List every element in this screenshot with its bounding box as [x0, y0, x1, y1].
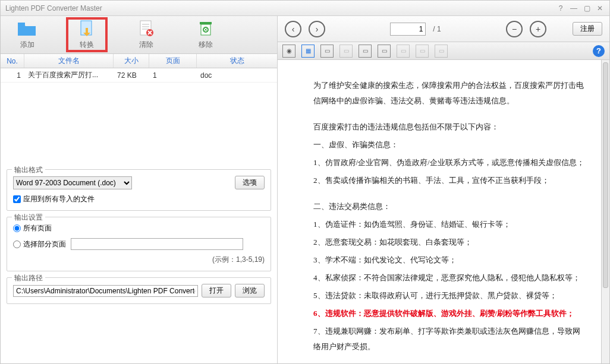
- select-pages-radio[interactable]: 选择部分页面: [13, 238, 265, 250]
- file-grid-body: 1 关于百度搜索严厉打... 72 KB 1 doc: [1, 68, 277, 163]
- file-grid-header: No. 文件名 大小 页面 状态: [1, 54, 277, 68]
- output-format-box: 输出格式 Word 97-2003 Document (.doc) 选项 应用到…: [7, 169, 271, 211]
- convert-label: 转换: [80, 40, 94, 50]
- col-status[interactable]: 状态: [197, 54, 277, 68]
- cell-size: 72 KB: [114, 71, 149, 80]
- apply-all-checkbox[interactable]: 应用到所有导入的文件: [13, 194, 265, 204]
- zoom-in-button[interactable]: +: [530, 21, 546, 37]
- cell-no: 1: [1, 71, 24, 80]
- svg-rect-11: [200, 22, 212, 24]
- document-text: 为了维护安全健康的搜索生态，保障搜索用户的合法权益，百度搜索严厉打击电信网络中的…: [313, 78, 586, 363]
- remove-label: 移除: [199, 40, 213, 50]
- register-button[interactable]: 注册: [573, 22, 602, 36]
- main-toolbar: 添加 转换 清除 移除: [1, 16, 277, 54]
- col-size[interactable]: 大小: [114, 54, 149, 68]
- svg-rect-2: [86, 28, 88, 34]
- apply-all-input[interactable]: [13, 195, 21, 203]
- table-row[interactable]: 1 关于百度搜索严厉打... 72 KB 1 doc: [1, 68, 277, 83]
- clear-button[interactable]: 清除: [125, 20, 167, 50]
- window-title: Lighten PDF Converter Master: [5, 4, 552, 12]
- view-mode-7-icon[interactable]: ▭: [397, 45, 410, 58]
- col-page[interactable]: 页面: [149, 54, 197, 68]
- close-icon[interactable]: ✕: [595, 4, 605, 12]
- cell-name: 关于百度搜索严厉打...: [24, 70, 114, 80]
- svg-rect-0: [18, 23, 25, 26]
- col-no[interactable]: No.: [1, 54, 24, 68]
- clear-icon: [136, 20, 157, 37]
- convert-icon: [76, 20, 98, 37]
- zoom-out-button[interactable]: −: [506, 21, 523, 37]
- page-total-label: / 1: [433, 25, 441, 33]
- app-window: Lighten PDF Converter Master ? — ▢ ✕ 添加 …: [0, 0, 610, 364]
- view-mode-grid-icon[interactable]: ▦: [301, 45, 315, 58]
- preview-toolbar: ◉ ▦ ▭ ▭ ▭ ▭ ▭ ▭ ▭ ?: [278, 42, 609, 60]
- view-mode-5-icon[interactable]: ▭: [359, 45, 372, 58]
- preview-topbar: ‹ › / 1 − + 注册: [278, 16, 609, 42]
- trash-icon: [195, 20, 216, 37]
- example-label: (示例：1,3-5,19): [13, 255, 265, 265]
- output-path-legend: 输出路径: [12, 273, 45, 283]
- cell-status: doc: [197, 71, 277, 80]
- output-path-box: 输出路径 打开 浏览: [7, 277, 271, 304]
- output-setting-box: 输出设置 所有页面 选择部分页面 (示例：1,3-5,19): [7, 217, 271, 271]
- view-mode-9-icon[interactable]: ▭: [435, 45, 448, 58]
- path-input[interactable]: [13, 285, 198, 297]
- remove-button[interactable]: 移除: [185, 20, 227, 50]
- col-name[interactable]: 文件名: [24, 54, 114, 68]
- cell-page: 1: [149, 71, 197, 80]
- convert-button[interactable]: 转换: [66, 17, 108, 52]
- view-mode-6-icon[interactable]: ▭: [378, 45, 391, 58]
- view-mode-1-icon[interactable]: ◉: [282, 45, 295, 58]
- output-format-legend: 输出格式: [12, 165, 45, 175]
- output-format-select[interactable]: Word 97-2003 Document (.doc): [13, 176, 132, 189]
- add-label: 添加: [20, 40, 34, 50]
- settings-area: 输出格式 Word 97-2003 Document (.doc) 选项 应用到…: [1, 163, 277, 363]
- preview-panel: ‹ › / 1 − + 注册 ◉ ▦ ▭ ▭ ▭ ▭ ▭ ▭ ▭: [278, 16, 609, 363]
- vertical-scrollbar[interactable]: [601, 60, 609, 363]
- open-button[interactable]: 打开: [202, 284, 231, 297]
- options-button[interactable]: 选项: [235, 176, 265, 189]
- view-mode-4-icon[interactable]: ▭: [339, 45, 353, 58]
- output-setting-legend: 输出设置: [12, 213, 45, 223]
- folder-icon: [17, 20, 38, 37]
- page-number-input[interactable]: [390, 23, 426, 36]
- maximize-icon[interactable]: ▢: [582, 4, 592, 12]
- browse-button[interactable]: 浏览: [235, 284, 265, 297]
- document-preview[interactable]: 为了维护安全健康的搜索生态，保障搜索用户的合法权益，百度搜索严厉打击电信网络中的…: [278, 60, 609, 363]
- view-mode-8-icon[interactable]: ▭: [416, 45, 429, 58]
- minimize-icon[interactable]: —: [569, 4, 578, 12]
- clear-label: 清除: [139, 40, 153, 50]
- add-button[interactable]: 添加: [7, 20, 48, 50]
- view-mode-3-icon[interactable]: ▭: [320, 45, 334, 58]
- prev-page-button[interactable]: ‹: [285, 21, 301, 37]
- scrollbar-thumb[interactable]: [603, 62, 608, 288]
- next-page-button[interactable]: ›: [309, 21, 325, 37]
- page-range-input[interactable]: [71, 238, 243, 250]
- help-icon[interactable]: ?: [556, 4, 565, 12]
- all-pages-radio[interactable]: 所有页面: [13, 223, 265, 233]
- title-bar: Lighten PDF Converter Master ? — ▢ ✕: [1, 1, 609, 16]
- help-button[interactable]: ?: [593, 45, 605, 57]
- apply-all-label: 应用到所有导入的文件: [23, 194, 95, 204]
- left-panel: 添加 转换 清除 移除 No. 文件名 大小 页面: [1, 16, 278, 363]
